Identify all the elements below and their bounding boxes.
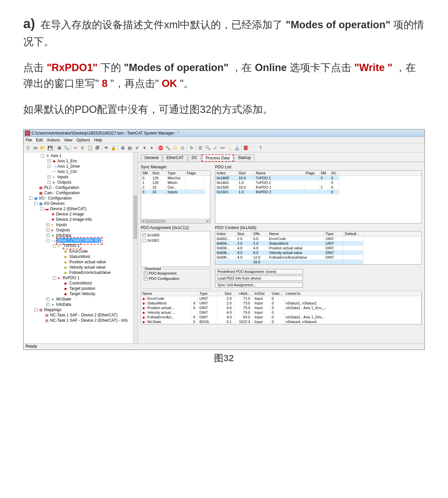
menu-options[interactable]: Options (76, 138, 90, 142)
column-header[interactable]: SM (141, 171, 151, 175)
tree-item[interactable]: -♦↑TxPDO 1 (24, 243, 138, 249)
download-option[interactable]: PDO Configuration (144, 276, 207, 281)
sync-manager-grid[interactable]: SMSizeTypeFlags 0128MbxOut1128MbxIn210Ou… (141, 170, 210, 223)
column-header[interactable]: Name (141, 291, 191, 296)
checkbox-icon[interactable] (144, 272, 147, 275)
column-header[interactable]: SU (330, 171, 339, 175)
tab-startup[interactable]: Startup (234, 154, 255, 162)
column-header[interactable] (191, 291, 198, 296)
checkbox-icon[interactable] (142, 239, 146, 242)
open2-icon[interactable]: 📂 (39, 144, 46, 151)
build-icon[interactable]: 🔨 (165, 144, 171, 151)
table-row[interactable]: 0x1A0016.0TxPDO 130 (215, 176, 421, 180)
tree-item[interactable]: ▦NC-Task 1 SAF - Device 2 (EtherCAT) (24, 312, 138, 318)
column-header[interactable]: User... (270, 291, 284, 296)
tree-toggle-icon[interactable]: - (29, 197, 33, 200)
load-pdo-button[interactable]: Load PDO info from device (215, 276, 303, 281)
tree-toggle-icon[interactable]: + (47, 159, 51, 163)
tree-toggle-icon[interactable]: + (46, 228, 49, 232)
tree-item[interactable]: +♦↓Outputs (24, 227, 138, 233)
tree-item[interactable]: -♦↓RxPDO 1 (24, 275, 138, 281)
menu-edit[interactable]: Edit (36, 138, 43, 142)
table-row[interactable]: ◆↑WcStateXBOOL0.11522.3Input0nStatus4, n… (141, 319, 421, 324)
table-row[interactable]: 0x60F...4.012.0FollowErrorActualValueDIN… (215, 255, 421, 260)
save-icon[interactable]: 💾 (47, 144, 53, 151)
tree-toggle-icon[interactable]: + (46, 234, 49, 237)
tree-scrollbar[interactable] (133, 152, 138, 343)
tree-item[interactable]: +→|Axis 1_Drive (24, 164, 138, 169)
tree-item[interactable]: ◆↑FollowErrorActualValue (24, 270, 138, 275)
download-option[interactable]: PDO Assignment (144, 271, 207, 276)
table-row[interactable]: 0128MbxOut (141, 176, 210, 180)
tree-toggle-icon[interactable]: - (53, 244, 56, 248)
column-header[interactable]: Name (255, 171, 304, 175)
variable-grid[interactable]: NameTypeSize>Add...In/OutUser...Linked t… (141, 291, 422, 324)
table-row[interactable]: 0x606...4.04.0Position actual valueDINT (215, 246, 421, 250)
tree-item[interactable]: +♦↑Inputs (24, 222, 138, 227)
target-icon[interactable]: ⊙ (179, 144, 186, 151)
table-row[interactable]: ◆↑Position actual...XDINT4.075.0Input0nI… (141, 305, 421, 310)
column-header[interactable]: Type (324, 231, 343, 236)
scroll-thumb[interactable] (134, 196, 137, 239)
wand1-icon[interactable]: ✴ (141, 144, 148, 151)
preview-icon[interactable]: 🔍 (63, 144, 70, 151)
wand2-icon[interactable]: ✴ (148, 144, 155, 151)
stop-icon[interactable]: ⛔ (157, 144, 164, 151)
tree-toggle-icon[interactable]: + (46, 297, 49, 301)
new-icon[interactable]: 🗋 (25, 144, 32, 151)
table-row[interactable]: 0x606...4.08.0Velocity actual valueDINT (215, 250, 421, 255)
tree-item[interactable]: +♦WcState (24, 296, 138, 302)
tree-item[interactable]: ▦NC-Task 1 SAF - Device 2 (EtherCAT) - I… (24, 318, 138, 323)
column-header[interactable]: Type (198, 291, 217, 296)
glasses-icon[interactable]: 👓 (219, 144, 226, 151)
pdo-assignment-item[interactable]: 0x1600 (142, 232, 209, 238)
run-icon[interactable]: ✨ (172, 144, 179, 151)
tab-dc[interactable]: DC (188, 154, 201, 162)
tree-toggle-icon[interactable]: - (53, 276, 56, 280)
tree-item[interactable]: 〰Axis 1_Ctrl (24, 169, 138, 174)
pdo-assignment-item[interactable]: 0x1601 (142, 238, 209, 243)
tree-item[interactable]: ◆↓Target Velocity (24, 291, 138, 296)
tree-item[interactable]: ◆↓ControlWord (24, 281, 138, 286)
tree-item[interactable]: ▦PLC - Configuration (24, 185, 138, 190)
menu-view[interactable]: View (64, 138, 72, 142)
copy-icon[interactable]: ⎘ (79, 144, 86, 151)
tree-toggle-icon[interactable]: + (47, 165, 51, 168)
scope-icon[interactable]: 🔬 (234, 144, 240, 151)
column-header[interactable]: SM (319, 171, 330, 175)
column-header[interactable]: Offs (252, 231, 268, 236)
device-icon[interactable]: 🖥 (119, 144, 126, 151)
tree-toggle-icon[interactable]: - (41, 154, 44, 157)
tree-item[interactable]: -▦I/O - Configuration (24, 196, 138, 201)
tree-item[interactable]: +♦InfoData (24, 302, 138, 307)
tree-toggle-icon[interactable]: + (46, 223, 49, 226)
tree-item[interactable]: ◆↑Position actual value (24, 259, 138, 265)
checkbox-icon[interactable] (144, 277, 147, 281)
help-icon[interactable]: ? (257, 144, 264, 151)
scroll-thumb[interactable] (146, 220, 166, 223)
tree-item[interactable]: -▦I/O Devices (24, 201, 138, 206)
bone-icon[interactable]: 🦴 (226, 144, 233, 151)
checkbox-icon[interactable] (142, 233, 146, 237)
table-row[interactable]: 0x603...2.00.0ErrorCodeUINT (215, 236, 421, 241)
table-row[interactable]: 0x604...2.02.0StatusWordUINT (215, 241, 421, 246)
lock-icon[interactable]: 🔒 (110, 144, 117, 151)
tree-item[interactable]: ◆↓Target position (24, 286, 138, 291)
column-header[interactable]: Linked to (284, 291, 421, 296)
column-header[interactable]: Size (236, 231, 252, 236)
scroll-left-icon[interactable]: ◂ (141, 219, 145, 223)
menu-help[interactable]: Help (94, 138, 103, 142)
tree-item[interactable]: -↯Axis 1 (24, 153, 138, 158)
print-icon[interactable]: 🖶 (56, 144, 62, 151)
cut-icon[interactable]: ✂ (72, 144, 79, 151)
menu-file[interactable]: File (26, 138, 32, 142)
table-row[interactable]: ◆↑FollowErrorAct...XDINT4.083.0Input0nIn… (141, 315, 421, 319)
table-row[interactable]: ◆↑StatusWordXUINT2.073.0Input0nStatus1, … (141, 301, 421, 305)
tab-general[interactable]: General (141, 154, 162, 162)
tree-toggle-icon[interactable]: + (47, 181, 51, 184)
column-header[interactable]: Name (268, 231, 324, 236)
table-row[interactable]: ◆↑ErrorCodeUINT2.071.0Input0 (141, 296, 421, 301)
table-row[interactable]: 0x16011.0RxPDO 20 (215, 190, 421, 194)
tree[interactable]: -↯Axis 1+◆Axis 1_Enc+→|Axis 1_Drive〰Axis… (24, 153, 138, 323)
table-row[interactable]: ◆↑Velocity actual ...DINT4.079.0Input0 (141, 310, 421, 315)
